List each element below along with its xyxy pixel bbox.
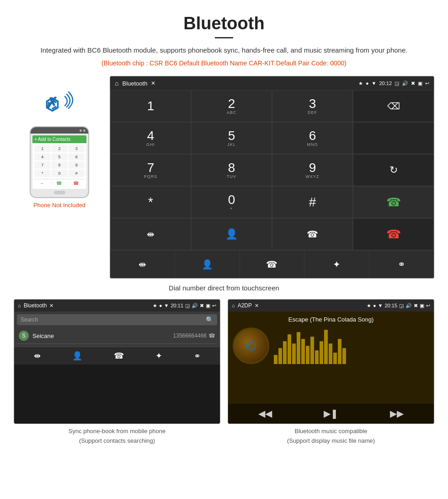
phone-key-star[interactable]: *	[34, 170, 50, 177]
music-status-right: ★ ● ▼ 20:15 ◲ 🔊 ✖ ▣ ↩	[367, 303, 430, 309]
dial-grid-btn[interactable]: ⇼	[110, 251, 175, 278]
dial-key-5[interactable]: 5 JKL	[191, 122, 272, 154]
back-icon[interactable]: ↩	[425, 80, 429, 86]
phonebook-column: ⌂ Bluetooth ✕ ★ ● ▼ 20:11 ◲ 🔊 ✖ ▣ ↩	[14, 299, 220, 446]
contact-call-icon[interactable]: ☎	[208, 333, 215, 339]
home-icon[interactable]: ⌂	[115, 80, 118, 87]
pb-cam-icon[interactable]: ◲	[185, 303, 190, 309]
music-content: ⌬	[233, 327, 429, 364]
search-icon: 🔍	[206, 316, 213, 323]
pb-bt-btn[interactable]: ✦	[155, 351, 162, 361]
music-usb-icon: ✕	[255, 303, 259, 309]
dial-sync-cell[interactable]: ↻	[353, 154, 434, 186]
phone-bottom-controls: ← ☎ ☎	[34, 179, 85, 187]
dial-contacts-btn[interactable]: 👤	[175, 251, 240, 278]
dial-key-7[interactable]: 7 PQRS	[110, 154, 191, 186]
dial-key-0[interactable]: 0 +	[191, 186, 272, 218]
dial-caption: Dial number direct from touchscreen	[0, 284, 448, 292]
pb-back-icon[interactable]: ↩	[212, 303, 216, 309]
dial-key-1[interactable]: 1	[110, 90, 191, 122]
camera-icon[interactable]: ◲	[395, 80, 399, 86]
phone-home-button[interactable]	[54, 191, 65, 194]
dial-phone-icon[interactable]: ☎	[272, 218, 353, 250]
phone-key-5[interactable]: 5	[51, 153, 67, 161]
phone-call-btn[interactable]: ☎	[56, 181, 62, 186]
dial-key-8[interactable]: 8 TUV	[191, 154, 272, 186]
dial-person-icon[interactable]: 👤	[191, 218, 272, 250]
dial-screen-title: Bluetooth	[122, 80, 147, 87]
volume-icon[interactable]: 🔊	[402, 80, 408, 86]
phone-key-1[interactable]: 1	[34, 145, 50, 152]
pb-vol-icon[interactable]: 🔊	[192, 303, 198, 309]
play-pause-btn[interactable]: ▶❚	[324, 408, 338, 419]
pb-win-icon[interactable]: ▣	[206, 303, 210, 309]
person-icon: 👤	[225, 228, 238, 240]
handset-icon: ☎	[266, 259, 277, 270]
music-vol-icon[interactable]: 🔊	[405, 303, 412, 309]
contact-number: 13566664466	[173, 333, 207, 339]
music-screen: ⌂ A2DP ✕ ★ ● ▼ 20:15 ◲ 🔊 ✖ ▣ ↩ Es	[228, 299, 434, 424]
music-status-left: ⌂ A2DP ✕	[232, 302, 259, 309]
close-icon[interactable]: ✖	[411, 80, 415, 86]
phone-key-hash[interactable]: #	[69, 170, 85, 177]
phonebook-search[interactable]: Search 🔍	[17, 314, 217, 325]
dial-call-red[interactable]: ☎	[353, 218, 434, 250]
pb-handset-btn[interactable]: ☎	[114, 351, 124, 361]
dial-call-btn[interactable]: ☎	[240, 251, 305, 278]
dial-grid-icon[interactable]: ⇼	[110, 218, 191, 250]
music-body: Escape (The Pina Colada Song) ⌬	[228, 311, 434, 403]
viz-bar-11	[320, 341, 323, 364]
bluetooth-signal: ✗ ⌬	[41, 90, 78, 122]
dial-key-9[interactable]: 9 WXYZ	[272, 154, 353, 186]
phone-key-0[interactable]: 0	[51, 170, 67, 177]
dial-key-6[interactable]: 6 MNO	[272, 122, 353, 154]
music-back-icon[interactable]: ↩	[426, 303, 430, 309]
viz-bar-10	[315, 350, 319, 364]
phone-end-btn[interactable]: ☎	[73, 181, 79, 186]
bluetooth-icon: ✗	[46, 94, 58, 112]
phone-key-8[interactable]: 8	[51, 161, 67, 169]
music-visualizer	[274, 327, 429, 364]
phone-back-btn[interactable]: ←	[40, 181, 45, 186]
dial-key-hash[interactable]: #	[272, 186, 353, 218]
phone-key-3[interactable]: 3	[69, 145, 85, 152]
phone-key-4[interactable]: 4	[34, 153, 50, 161]
pb-contacts-btn[interactable]: 👤	[72, 351, 82, 361]
phone-key-7[interactable]: 7	[34, 161, 50, 169]
dial-call-green[interactable]: ☎	[353, 186, 434, 218]
pb-home-icon[interactable]: ⌂	[18, 303, 21, 308]
phone-key-9[interactable]: 9	[69, 161, 85, 169]
music-x-icon[interactable]: ✖	[414, 303, 418, 309]
pb-link-btn[interactable]: ⚭	[194, 351, 201, 361]
dial-bt-btn[interactable]: ✦	[304, 251, 369, 278]
music-win-icon[interactable]: ▣	[420, 303, 424, 309]
dial-key-2[interactable]: 2 ABC	[191, 90, 272, 122]
dial-link-btn[interactable]: ⚭	[369, 251, 434, 278]
music-home-icon[interactable]: ⌂	[232, 303, 235, 308]
status-right: ★ ● ▼ 20:12 ◲ 🔊 ✖ ▣ ↩	[358, 80, 429, 86]
phone-not-included-label: Phone Not Included	[33, 202, 85, 209]
pb-status-right: ★ ● ▼ 20:11 ◲ 🔊 ✖ ▣ ↩	[153, 303, 216, 309]
phonebook-contact[interactable]: S Seicane 13566664466 ☎	[17, 328, 217, 344]
dial-key-3[interactable]: 3 DEF	[272, 90, 353, 122]
viz-bar-8	[306, 346, 309, 364]
phone-key-6[interactable]: 6	[69, 153, 85, 161]
prev-track-btn[interactable]: ◀◀	[258, 408, 272, 419]
phone-dot	[83, 129, 85, 132]
window-icon[interactable]: ▣	[418, 80, 422, 86]
pb-grid-btn[interactable]: ⇼	[34, 351, 41, 361]
next-track-btn[interactable]: ▶▶	[390, 408, 404, 419]
pb-x-icon[interactable]: ✖	[200, 303, 204, 309]
phone-screen-header: + Add to Contacts	[32, 135, 86, 143]
pb-title: Bluetooth	[24, 302, 47, 309]
album-bt-icon: ⌬	[245, 338, 256, 354]
phone-illustration: ✗ ⌬ + Add to Contacts 1	[14, 76, 105, 209]
music-cam-icon[interactable]: ◲	[399, 303, 404, 309]
dialpad-grid: 1 2 ABC 3 DEF ⌫ 4 GHI 5 JKL	[110, 90, 434, 250]
dial-key-4[interactable]: 4 GHI	[110, 122, 191, 154]
dial-key-star[interactable]: *	[110, 186, 191, 218]
phone-key-2[interactable]: 2	[51, 145, 67, 152]
backspace-icon[interactable]: ⌫	[387, 101, 400, 112]
music-statusbar: ⌂ A2DP ✕ ★ ● ▼ 20:15 ◲ 🔊 ✖ ▣ ↩	[228, 300, 434, 311]
viz-bar-6	[297, 332, 300, 364]
